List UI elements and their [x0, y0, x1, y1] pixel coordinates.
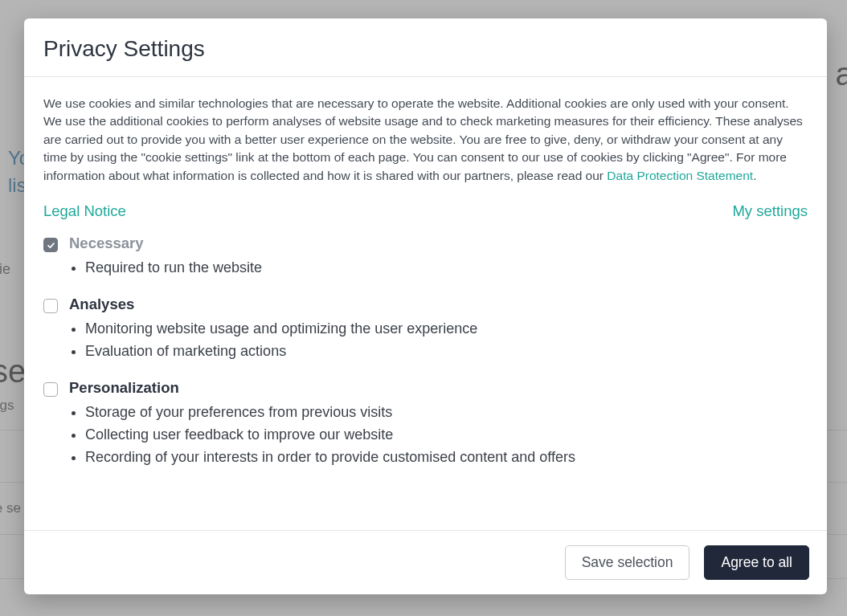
- modal-body: We use cookies and similar technologies …: [24, 77, 827, 530]
- category-row: NecessaryRequired to run the website: [43, 235, 808, 279]
- category-title: Analyses: [69, 296, 808, 313]
- category-items: Required to run the website: [85, 257, 808, 279]
- agree-all-button[interactable]: Agree to all: [704, 545, 809, 580]
- category-row: AnalysesMonitoring website usage and opt…: [43, 296, 808, 363]
- category-title: Personalization: [69, 379, 808, 397]
- category-item: Monitoring website usage and optimizing …: [85, 318, 808, 341]
- links-row: Legal Notice My settings: [43, 202, 808, 220]
- category-item: Evaluation of marketing actions: [85, 341, 808, 363]
- category-items: Storage of your preferences from previou…: [85, 402, 808, 469]
- modal-footer: Save selection Agree to all: [24, 530, 827, 594]
- modal-header: Privacy Settings: [24, 18, 827, 77]
- category-content: AnalysesMonitoring website usage and opt…: [69, 296, 808, 363]
- modal-title: Privacy Settings: [43, 36, 808, 62]
- check-icon: [47, 241, 55, 250]
- category-title: Necessary: [69, 235, 808, 252]
- intro-text: We use cookies and similar technologies …: [43, 95, 808, 185]
- category-checkbox[interactable]: [43, 299, 58, 313]
- save-selection-button[interactable]: Save selection: [565, 545, 690, 580]
- intro-period: .: [753, 169, 756, 182]
- category-checkbox[interactable]: [43, 382, 58, 397]
- category-item: Recording of your interests in order to …: [85, 447, 808, 469]
- category-content: NecessaryRequired to run the website: [69, 235, 808, 279]
- category-content: PersonalizationStorage of your preferenc…: [69, 379, 808, 469]
- category-item: Storage of your preferences from previou…: [85, 402, 808, 424]
- data-protection-link[interactable]: Data Protection Statement: [607, 169, 753, 182]
- my-settings-link[interactable]: My settings: [732, 202, 808, 220]
- category-item: Required to run the website: [85, 257, 808, 279]
- privacy-settings-modal: Privacy Settings We use cookies and simi…: [24, 18, 827, 594]
- category-items: Monitoring website usage and optimizing …: [85, 318, 808, 363]
- category-row: PersonalizationStorage of your preferenc…: [43, 379, 808, 469]
- category-checkbox: [43, 238, 58, 252]
- categories-list: NecessaryRequired to run the websiteAnal…: [43, 235, 808, 468]
- legal-notice-link[interactable]: Legal Notice: [43, 202, 126, 220]
- category-item: Collecting user feedback to improve our …: [85, 424, 808, 447]
